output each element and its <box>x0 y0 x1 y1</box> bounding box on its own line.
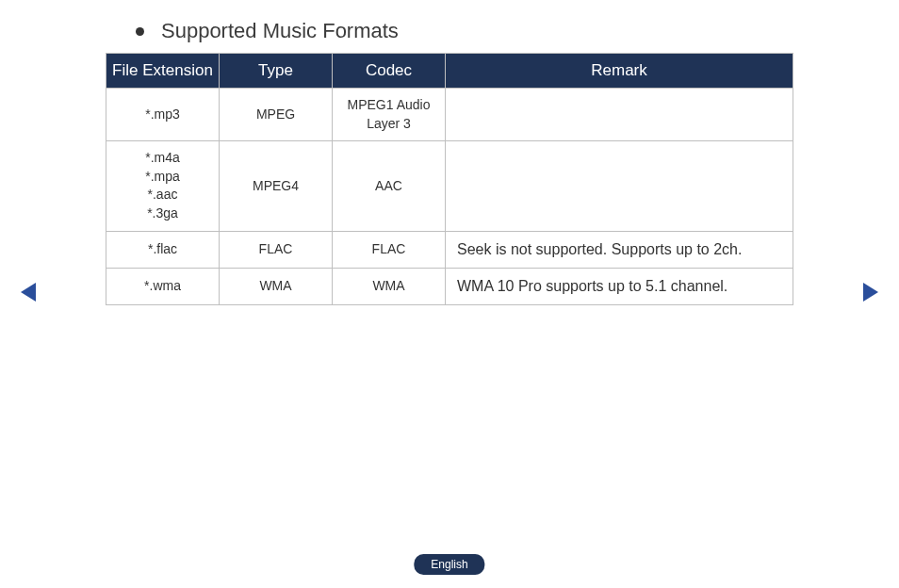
table-header-row: File Extension Type Codec Remark <box>106 54 793 89</box>
table-row: *.m4a *.mpa *.aac *.3ga MPEG4 AAC <box>106 141 793 231</box>
cell-type: MPEG <box>220 89 333 141</box>
col-file-extension: File Extension <box>106 54 220 89</box>
heading-text: Supported Music Formats <box>161 19 399 43</box>
cell-remark: Seek is not supported. Supports up to 2c… <box>446 231 793 268</box>
cell-remark <box>446 89 793 141</box>
formats-table: File Extension Type Codec Remark *.mp3 M… <box>106 53 793 305</box>
table-row: *.flac FLAC FLAC Seek is not supported. … <box>106 231 793 268</box>
cell-ext: *.wma <box>106 268 220 304</box>
prev-page-arrow-icon[interactable] <box>21 283 36 302</box>
cell-remark <box>446 141 793 231</box>
content-area: Supported Music Formats File Extension T… <box>106 19 793 305</box>
cell-remark: WMA 10 Pro supports up to 5.1 channel. <box>446 268 793 304</box>
col-type: Type <box>220 54 333 89</box>
table-row: *.wma WMA WMA WMA 10 Pro supports up to … <box>106 268 793 304</box>
cell-type: WMA <box>220 268 333 304</box>
cell-ext: *.flac <box>106 231 220 268</box>
cell-type: MPEG4 <box>220 141 333 231</box>
table-row: *.mp3 MPEG MPEG1 Audio Layer 3 <box>106 89 793 141</box>
cell-codec: AAC <box>333 141 446 231</box>
cell-codec: WMA <box>333 268 446 304</box>
next-page-arrow-icon[interactable] <box>863 283 878 302</box>
cell-ext: *.mp3 <box>106 89 220 141</box>
bullet-icon <box>136 27 144 36</box>
cell-codec: MPEG1 Audio Layer 3 <box>333 89 446 141</box>
cell-ext: *.m4a *.mpa *.aac *.3ga <box>106 141 220 231</box>
cell-codec: FLAC <box>333 231 446 268</box>
section-heading: Supported Music Formats <box>136 19 793 43</box>
cell-type: FLAC <box>220 231 333 268</box>
language-pill[interactable]: English <box>414 554 484 575</box>
col-remark: Remark <box>446 54 793 89</box>
col-codec: Codec <box>333 54 446 89</box>
